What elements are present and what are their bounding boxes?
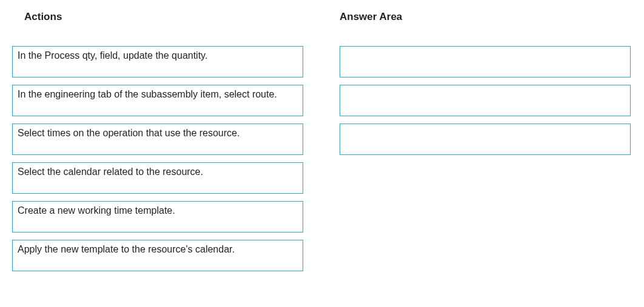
action-item[interactable]: In the engineering tab of the subassembl… (12, 85, 303, 116)
action-item-label: Create a new working time template. (18, 205, 175, 216)
action-item[interactable]: Apply the new template to the resource's… (12, 240, 303, 271)
action-item-label: In the Process qty, field, update the qu… (18, 50, 207, 61)
answer-slot[interactable] (340, 124, 631, 155)
action-item[interactable]: Create a new working time template. (12, 201, 303, 233)
answer-column: Answer Area (340, 11, 631, 279)
answer-slot[interactable] (340, 85, 631, 116)
answer-heading: Answer Area (340, 11, 631, 23)
action-item-label: Select the calendar related to the resou… (18, 167, 203, 177)
answer-slot[interactable] (340, 46, 631, 78)
action-item-label: Apply the new template to the resource's… (18, 244, 235, 255)
action-item-label: In the engineering tab of the subassembl… (18, 89, 277, 100)
actions-heading: Actions (24, 11, 303, 23)
drag-drop-container: Actions In the Process qty, field, updat… (12, 11, 632, 279)
action-item-label: Select times on the operation that use t… (18, 128, 240, 139)
action-item[interactable]: Select the calendar related to the resou… (12, 162, 303, 194)
action-item[interactable]: In the Process qty, field, update the qu… (12, 46, 303, 78)
actions-column: Actions In the Process qty, field, updat… (12, 11, 303, 279)
action-item[interactable]: Select times on the operation that use t… (12, 124, 303, 155)
